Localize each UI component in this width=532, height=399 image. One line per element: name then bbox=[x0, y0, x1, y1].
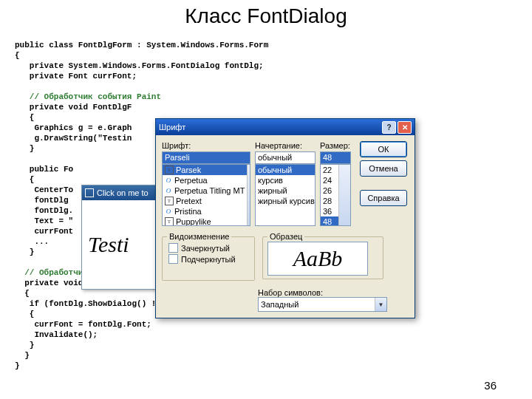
font-label: Шрифт: bbox=[162, 141, 250, 150]
script-label: Набор символов: bbox=[258, 288, 323, 297]
list-item: обычный bbox=[256, 165, 315, 175]
list-item: жирный курсив bbox=[256, 196, 315, 206]
list-item: TPuppylike bbox=[163, 216, 247, 226]
style-label: Начертание: bbox=[255, 141, 316, 150]
font-dialog: Шрифт ? ✕ Шрифт: Parseli TParsek OPerpet… bbox=[155, 118, 415, 318]
list-item: OPerpetua bbox=[163, 175, 247, 185]
help-button[interactable]: ? bbox=[382, 121, 396, 134]
close-button[interactable]: ✕ bbox=[398, 121, 412, 134]
style-input[interactable]: обычный bbox=[255, 151, 316, 164]
font-dialog-title: Шрифт bbox=[159, 123, 185, 132]
list-item: 22 bbox=[321, 165, 338, 175]
sample-label: Образец bbox=[267, 232, 304, 241]
font-list[interactable]: TParsek OPerpetua OPerpetua Titling MT T… bbox=[162, 164, 250, 226]
script-row: Набор символов: Западный ▼ bbox=[258, 288, 387, 312]
window-icon bbox=[85, 188, 94, 197]
sample-text: AaBb bbox=[293, 246, 343, 271]
truetype-icon: T bbox=[165, 217, 174, 226]
sample-group: Образец AaBb bbox=[262, 236, 383, 279]
list-item: 28 bbox=[321, 196, 338, 206]
effects-label: Видоизменение bbox=[167, 232, 231, 241]
sample-box: AaBb bbox=[267, 242, 368, 276]
help-button-dlg[interactable]: Справка bbox=[360, 190, 407, 206]
page-number: 36 bbox=[484, 379, 497, 392]
list-item: TParsek bbox=[163, 165, 247, 175]
font-dialog-titlebar[interactable]: Шрифт ? ✕ bbox=[156, 119, 415, 135]
dialog-buttons: ОК Отмена Справка bbox=[360, 141, 407, 226]
font-column: Шрифт: Parseli TParsek OPerpetua OPerpet… bbox=[162, 141, 250, 226]
ok-button[interactable]: ОК bbox=[360, 141, 407, 157]
size-list[interactable]: 22 24 26 28 36 48 72 bbox=[320, 164, 351, 226]
list-item: OPerpetua Titling MT bbox=[163, 185, 247, 196]
effects-group: Видоизменение Зачеркнутый Подчеркнутый bbox=[162, 236, 255, 281]
list-item: TPretext bbox=[163, 196, 247, 206]
font-list-scrollbar[interactable] bbox=[247, 165, 250, 226]
opentype-icon: O bbox=[165, 208, 172, 215]
list-item: OPristina bbox=[163, 206, 247, 216]
testing-text: Testi bbox=[88, 232, 129, 257]
size-label: Размер: bbox=[320, 141, 351, 150]
cancel-button[interactable]: Отмена bbox=[360, 160, 407, 177]
list-item: 48 bbox=[321, 216, 338, 226]
font-input[interactable]: Parseli bbox=[162, 151, 250, 164]
size-column: Размер: 48 22 24 26 28 36 48 72 bbox=[320, 141, 351, 226]
size-input[interactable]: 48 bbox=[320, 151, 351, 164]
list-item: жирный bbox=[256, 185, 315, 196]
list-item: 24 bbox=[321, 175, 338, 185]
list-item: 36 bbox=[321, 206, 338, 216]
underline-checkbox[interactable]: Подчеркнутый bbox=[168, 254, 248, 264]
list-item: 26 bbox=[321, 185, 338, 196]
script-combo[interactable]: Западный ▼ bbox=[258, 297, 387, 312]
style-list[interactable]: обычный курсив жирный жирный курсив bbox=[255, 164, 316, 226]
chevron-down-icon: ▼ bbox=[375, 298, 386, 311]
opentype-icon: O bbox=[165, 177, 172, 184]
size-list-scrollbar[interactable] bbox=[338, 165, 350, 226]
truetype-icon: T bbox=[165, 197, 174, 205]
opentype-icon: O bbox=[165, 187, 172, 194]
page-title: Класс FontDialog bbox=[0, 4, 532, 28]
style-column: Начертание: обычный обычный курсив жирны… bbox=[255, 141, 316, 226]
strikeout-checkbox[interactable]: Зачеркнутый bbox=[168, 243, 248, 253]
list-item: курсив bbox=[256, 175, 315, 185]
truetype-icon: T bbox=[165, 166, 174, 174]
testing-window-title: Click on me to bbox=[97, 188, 149, 197]
